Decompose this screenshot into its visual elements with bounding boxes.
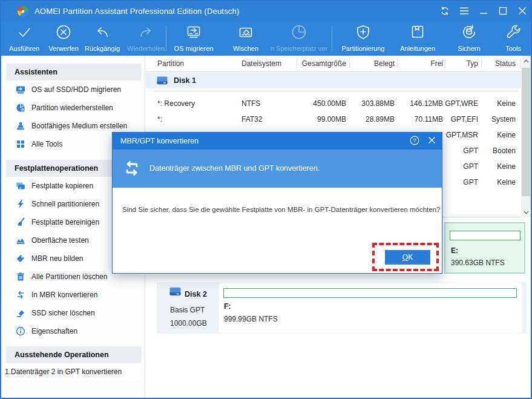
menu-icon[interactable] (459, 5, 469, 16)
pending-operation: 1.Datenträger 2 in GPT konvertieren (1, 363, 145, 380)
annotation-highlight (372, 243, 439, 271)
sidebar-item[interactable]: Eigenschaften (1, 322, 145, 340)
cell-status: Booten (467, 143, 516, 159)
eraser-icon (16, 308, 25, 318)
svg-text:?: ? (413, 137, 416, 143)
toolbar-separator (166, 26, 166, 51)
column-header-belegt[interactable]: Belegt (340, 56, 395, 71)
mbr-gpt-dialog: MBR/GPT konvertieren ? Datenträger zwisc… (112, 132, 442, 274)
toolbar-migrate-button[interactable]: OS migrieren (172, 22, 215, 54)
sidebar-item[interactable]: OS auf SSD/HDD migrieren (1, 81, 145, 99)
dialog-message: Sind Sie sicher, dass Sie die gewählte F… (122, 206, 438, 213)
cell-total: 450.00MB (292, 96, 346, 111)
toolbar-book-button[interactable]: Anleitungen (395, 22, 441, 54)
convert-loop-icon (122, 158, 142, 179)
toolbar-wrench-button[interactable]: Tools (495, 22, 531, 54)
restore-icon (16, 103, 25, 113)
toolbar-label: n Speicherplatz ver (268, 45, 330, 52)
cell-used: 303.88MB (340, 96, 395, 111)
cell-status: Keine (467, 96, 516, 111)
cell-fs: NTFS (241, 96, 260, 111)
bootable-icon (16, 121, 25, 131)
disk2-type: Basis GPT (170, 306, 205, 314)
diskcopy-icon (16, 181, 25, 191)
partition-letter: F: (224, 302, 231, 311)
dialog-title-bar: MBR/GPT konvertieren ? (113, 133, 442, 150)
toolbar-label: Rückgängig (80, 45, 125, 52)
partition-row[interactable]: *:FAT3299.00MB28.89MB70.11MBGPT,EFISyste… (146, 111, 521, 127)
column-divider (481, 59, 482, 68)
cell-partition: *: (157, 111, 162, 127)
sidebar-item-label: In MBR konvertieren (31, 291, 97, 299)
toolbar-discard-button[interactable]: Verwerfen (45, 22, 82, 54)
column-header-partition[interactable]: Partition (157, 56, 184, 71)
scrollbar-thumb[interactable] (522, 68, 530, 196)
discard-icon (54, 22, 73, 41)
cell-fs: FAT32 (241, 111, 262, 127)
partition-usage-bar (450, 231, 521, 240)
close-icon[interactable] (517, 5, 527, 16)
sidebar-item-label: Festplatte bereinigen (31, 218, 99, 226)
toolbar-label: OS migrieren (172, 45, 215, 52)
refresh-icon[interactable] (439, 5, 450, 16)
trash-icon (16, 272, 25, 282)
toolbar-shield-button[interactable]: Partitionierung (335, 22, 391, 54)
toolbar-label: Sichern (449, 45, 489, 52)
scroll-down-icon[interactable] (521, 207, 531, 217)
partition-usage-bar (223, 288, 517, 298)
partition-row[interactable]: *: RecoveryNTFS450.00MB303.88MB146.12MBG… (146, 96, 521, 111)
sidebar-item[interactable]: Partition wiederherstellen (1, 99, 145, 117)
maximize-icon[interactable] (498, 5, 508, 16)
sidebar-item-label: SSD sicher löschen (31, 309, 95, 317)
cell-total: 99.00MB (292, 111, 346, 127)
sidebar-section-0: Assistenten (6, 64, 141, 81)
sidebar-item[interactable]: SSD sicher löschen (1, 304, 145, 322)
disk2-info[interactable]: Disk 2 Basis GPT 1000.00GB (157, 282, 219, 334)
scroll-up-icon[interactable] (521, 56, 531, 66)
aomei-logo-icon (17, 5, 29, 18)
dialog-title: MBR/GPT konvertieren (120, 137, 199, 145)
toolbar-undo-button[interactable]: Rückgängig (80, 22, 125, 54)
toolbar-redo-button: Wiederholen (126, 22, 166, 54)
toolbar-check-button[interactable]: Ausführen (6, 22, 42, 54)
divider (154, 91, 519, 91)
sidebar-item-label: Bootfähiges Medium erstellen (31, 122, 127, 130)
column-divider (398, 59, 398, 68)
backup-icon (459, 22, 479, 41)
sidebar-item-label: Schnell partitionieren (31, 200, 99, 208)
sidebar-item-label: Festplatte kopieren (31, 182, 93, 190)
wrench-icon (504, 22, 522, 41)
info-icon (16, 326, 25, 336)
toolbar-label: Wischen (222, 45, 270, 52)
cell-used: 28.89MB (340, 111, 395, 127)
disk1-group-row[interactable]: Disk 1 (146, 73, 521, 88)
cell-status: System (467, 111, 516, 127)
sidebar-item[interactable]: In MBR konvertieren (1, 286, 145, 304)
column-header-status[interactable]: Status (467, 56, 516, 71)
swap-icon (16, 290, 25, 300)
sidebar-item-label: Alle Partitionen löschen (31, 272, 107, 281)
disk2-size: 1000.00GB (170, 319, 207, 328)
column-header-dateisystem[interactable]: Dateisystem (241, 56, 281, 71)
cell-status: Keine (467, 174, 516, 190)
migrate-icon (184, 22, 203, 41)
dialog-close-icon[interactable] (428, 136, 436, 146)
window-title: AOMEI Partition Assistant Professional E… (34, 7, 240, 16)
dialog-help-icon[interactable]: ? (410, 136, 419, 147)
toolbar-separator (332, 26, 332, 51)
shield-icon (354, 22, 372, 41)
undo-icon (93, 22, 111, 41)
minimize-icon[interactable] (478, 5, 488, 16)
column-header-gesamtgröße[interactable]: Gesamtgröße (292, 56, 346, 71)
toolbar: AusführenVerwerfenRückgängigWiederholenO… (1, 21, 531, 56)
cell-status: Keine (467, 127, 516, 143)
dialog-header-band: Datenträger zwischen MBR und GPT konvert… (113, 150, 442, 188)
toolbar-pie-button: n Speicherplatz ver (268, 22, 330, 54)
table-scrollbar[interactable] (521, 56, 531, 217)
tag-icon (16, 254, 25, 263)
disk2-partition-f[interactable]: F: 999.99GB NTFS (219, 283, 522, 333)
toolbar-wipe-button[interactable]: Wischen (222, 22, 270, 54)
disk1-partition-e[interactable]: E: 390.63GB NTFS (444, 222, 525, 274)
toolbar-backup-button[interactable]: Sichern (449, 22, 489, 54)
toolbar-label: Tools (495, 45, 531, 52)
